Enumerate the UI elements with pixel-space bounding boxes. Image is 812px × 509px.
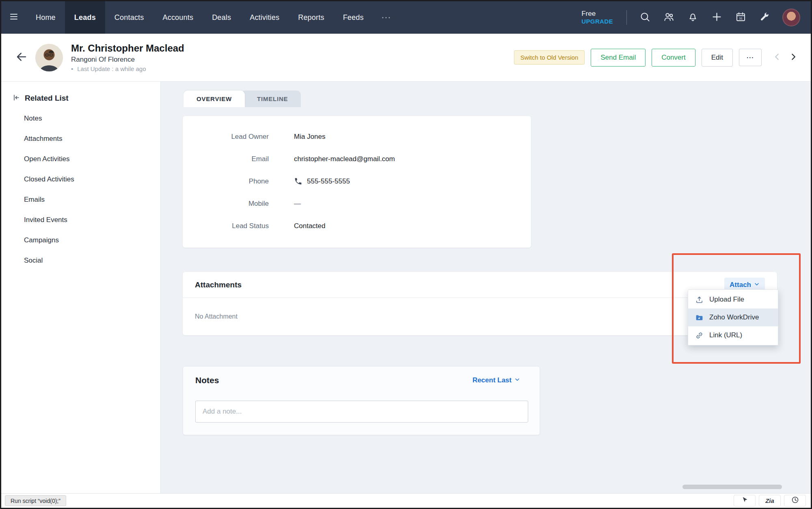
topnav-divider [626, 10, 627, 25]
lead-status-value: Contacted [294, 222, 326, 230]
workdrive-folder-icon [695, 313, 704, 322]
hamburger-icon [9, 12, 19, 23]
field-row-mobile: Mobile — [183, 192, 531, 215]
notes-title: Notes [195, 375, 219, 385]
phone-number-text: 555-555-5555 [307, 177, 350, 185]
record-actions: Switch to Old Version Send Email Convert… [514, 49, 799, 67]
tab-overview[interactable]: OVERVIEW [184, 91, 245, 107]
edit-button[interactable]: Edit [702, 49, 733, 67]
chevron-down-icon [754, 281, 760, 289]
attach-button-label: Attach [730, 281, 751, 289]
menu-item-link-url[interactable]: Link (URL) [688, 326, 778, 344]
nav-more-button[interactable]: ⋯ [373, 1, 400, 34]
attach-dropdown-menu: Upload File Zoho WorkDrive Link (URL) [688, 289, 778, 345]
nav-item-accounts[interactable]: Accounts [153, 1, 203, 34]
back-button[interactable] [13, 49, 30, 67]
horizontal-scrollbar-thumb[interactable] [682, 485, 782, 489]
convert-button[interactable]: Convert [652, 49, 695, 67]
menu-item-upload-file[interactable]: Upload File [688, 291, 778, 308]
sidebar-item-attachments[interactable]: Attachments [1, 129, 160, 149]
free-plan-label: Free [581, 9, 613, 18]
tour-button[interactable] [734, 495, 756, 507]
last-update-text: Last Update : a while ago [77, 65, 146, 72]
history-button[interactable] [784, 495, 806, 507]
sidebar-item-campaigns[interactable]: Campaigns [1, 230, 160, 250]
more-actions-button[interactable]: ⋯ [739, 49, 762, 66]
meta-bullet: • [71, 65, 73, 72]
sidebar-header: Related List [1, 82, 160, 108]
sidebar-item-emails[interactable]: Emails [1, 190, 160, 210]
lead-info: Mr. Christopher Maclead Rangoni Of Flore… [71, 43, 184, 72]
chevron-left-icon [772, 52, 782, 64]
send-email-button[interactable]: Send Email [591, 49, 646, 67]
module-tabs: Home Leads Contacts Accounts Deals Activ… [26, 1, 400, 34]
lead-photo [35, 44, 63, 71]
search-button[interactable] [639, 11, 651, 24]
nav-item-contacts[interactable]: Contacts [105, 1, 153, 34]
notifications-button[interactable] [687, 11, 699, 24]
upgrade-link[interactable]: UPGRADE [581, 18, 613, 26]
field-row-phone: Phone 555-555-5555 [183, 170, 531, 192]
next-record-button[interactable] [787, 52, 799, 64]
top-navigation-bar: Home Leads Contacts Accounts Deals Activ… [1, 1, 811, 34]
notes-sort-button[interactable]: Recent Last [473, 376, 520, 384]
email-value[interactable]: christopher-maclead@gmail.com [294, 155, 395, 163]
nav-item-feeds[interactable]: Feeds [334, 1, 373, 34]
sidebar-item-closed-activities[interactable]: Closed Activities [1, 169, 160, 190]
lead-details-card: Lead Owner Mia Jones Email christopher-m… [183, 116, 531, 248]
related-list-title: Related List [25, 94, 69, 103]
chevron-right-icon [788, 52, 799, 64]
svg-text:31: 31 [739, 16, 743, 20]
zoho-crm-window: Home Leads Contacts Accounts Deals Activ… [0, 0, 812, 509]
tools-icon [759, 11, 770, 24]
nav-item-deals[interactable]: Deals [203, 1, 240, 34]
zia-icon: Zia [765, 497, 774, 504]
email-label: Email [183, 155, 269, 163]
mobile-label: Mobile [183, 200, 269, 208]
lead-owner-label: Lead Owner [183, 133, 269, 141]
zia-button[interactable]: Zia [759, 495, 781, 507]
lead-company[interactable]: Rangoni Of Florence [71, 56, 184, 64]
nav-item-activities[interactable]: Activities [240, 1, 289, 34]
users-button[interactable] [663, 11, 675, 24]
hamburger-menu-button[interactable] [1, 1, 26, 34]
calendar-button[interactable]: 31 [734, 11, 747, 24]
nav-item-leads[interactable]: Leads [65, 1, 105, 34]
attachments-title: Attachments [195, 280, 242, 289]
menu-item-zoho-workdrive[interactable]: Zoho WorkDrive [688, 308, 778, 326]
users-icon [663, 11, 674, 24]
record-pager [771, 52, 799, 64]
phone-value[interactable]: 555-555-5555 [294, 177, 350, 185]
collapse-sidebar-button[interactable] [13, 94, 21, 102]
plan-info: Free UPGRADE [581, 9, 613, 26]
corner-tools: Zia [734, 495, 806, 507]
add-note-input[interactable] [195, 401, 528, 423]
field-row-email: Email christopher-maclead@gmail.com [183, 148, 531, 170]
sidebar-item-invited-events[interactable]: Invited Events [1, 210, 160, 230]
view-tabs: OVERVIEW TIMELINE [184, 91, 301, 107]
collapse-icon [13, 94, 20, 103]
lead-meta: • Last Update : a while ago [71, 65, 184, 72]
main-content: OVERVIEW TIMELINE Lead Owner Mia Jones E… [161, 82, 811, 493]
sidebar-item-notes[interactable]: Notes [1, 108, 160, 129]
nav-item-home[interactable]: Home [26, 1, 65, 34]
switch-old-version-button[interactable]: Switch to Old Version [514, 50, 585, 65]
upload-file-label: Upload File [709, 295, 744, 304]
record-header: Mr. Christopher Maclead Rangoni Of Flore… [1, 34, 811, 82]
phone-label: Phone [183, 177, 269, 185]
link-icon [695, 331, 704, 340]
sidebar-item-social[interactable]: Social [1, 250, 160, 271]
bell-icon [687, 11, 698, 24]
settings-button[interactable] [758, 11, 771, 24]
arrow-left-icon [15, 51, 28, 65]
notes-sort-label: Recent Last [473, 376, 512, 384]
lead-status-label: Lead Status [183, 222, 269, 230]
nav-item-reports[interactable]: Reports [289, 1, 333, 34]
previous-record-button[interactable] [771, 52, 783, 64]
quick-create-button[interactable] [710, 11, 723, 24]
upload-icon [695, 295, 704, 304]
tab-timeline[interactable]: TIMELINE [241, 91, 301, 107]
sidebar-item-open-activities[interactable]: Open Activities [1, 149, 160, 169]
lead-name: Mr. Christopher Maclead [71, 43, 184, 54]
user-avatar[interactable] [782, 9, 800, 26]
